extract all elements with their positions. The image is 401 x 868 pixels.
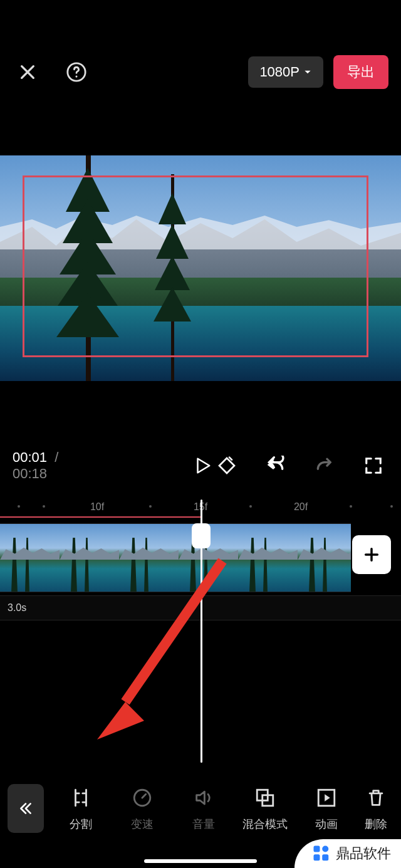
- keyframe-icon: [217, 456, 237, 476]
- svg-point-1: [75, 76, 77, 78]
- help-button[interactable]: [61, 57, 91, 87]
- speed-icon: [132, 787, 153, 808]
- svg-rect-10: [314, 854, 320, 860]
- fullscreen-icon: [364, 456, 383, 475]
- tool-delete[interactable]: 删除: [357, 785, 395, 832]
- close-button[interactable]: [13, 57, 43, 87]
- undo-icon: [266, 456, 286, 476]
- tool-label: 音量: [192, 817, 215, 832]
- redo-button[interactable]: [310, 451, 340, 481]
- redo-icon: [315, 456, 335, 476]
- clip-thumbnail[interactable]: [298, 524, 351, 592]
- timeline[interactable]: 10f 15f 20f 3.0s: [0, 501, 401, 771]
- tool-split[interactable]: 分割: [50, 785, 112, 832]
- back-button[interactable]: [8, 784, 44, 833]
- tool-label: 分割: [70, 817, 92, 832]
- watermark: 鼎品软件: [294, 839, 401, 868]
- clip-thumbnail[interactable]: [119, 524, 179, 592]
- clip-thumbnail[interactable]: [60, 524, 119, 592]
- play-icon: [193, 455, 212, 476]
- chevron-double-left-icon: [18, 800, 34, 817]
- clip-thumbnail[interactable]: [0, 524, 60, 592]
- close-icon: [18, 62, 38, 82]
- volume-icon: [193, 787, 214, 808]
- keyframe-button[interactable]: [212, 451, 242, 481]
- tool-label: 变速: [131, 817, 154, 832]
- tool-label: 删除: [365, 817, 387, 832]
- resolution-selector[interactable]: 1080P: [248, 56, 323, 88]
- tool-blend[interactable]: 混合模式: [234, 785, 296, 832]
- tool-label: 混合模式: [242, 817, 288, 832]
- undo-button[interactable]: [261, 451, 291, 481]
- play-button[interactable]: [193, 451, 212, 481]
- blend-icon: [254, 787, 276, 808]
- home-indicator: [144, 859, 257, 863]
- tool-label: 动画: [315, 817, 338, 832]
- delete-icon: [365, 787, 387, 808]
- clip-thumbnail[interactable]: [238, 524, 298, 592]
- current-time: 00:01: [13, 449, 47, 465]
- ruler-tick: 10f: [90, 501, 104, 513]
- export-label: 导出: [347, 64, 375, 80]
- watermark-logo-icon: [312, 844, 331, 863]
- tool-animation[interactable]: 动画: [296, 785, 357, 832]
- overlay-duration: 3.0s: [8, 602, 26, 614]
- watermark-text: 鼎品软件: [336, 844, 391, 863]
- add-clip-button[interactable]: [352, 535, 391, 574]
- help-icon: [66, 61, 87, 83]
- svg-rect-8: [314, 846, 320, 852]
- bottom-toolbar: 分割 变速 音量 混合模式 动画 删除: [0, 774, 401, 843]
- svg-point-9: [322, 846, 328, 852]
- fullscreen-button[interactable]: [358, 451, 388, 481]
- chevron-down-icon: [303, 68, 312, 76]
- top-bar: 1080P 导出: [0, 50, 401, 94]
- split-icon: [70, 787, 91, 808]
- time-display: 00:01 / 00:18: [13, 449, 68, 482]
- selection-range: [0, 516, 202, 518]
- tool-volume[interactable]: 音量: [173, 785, 234, 832]
- playback-controls: 00:01 / 00:18: [0, 450, 401, 481]
- ruler-tick: 20f: [294, 501, 308, 513]
- export-button[interactable]: 导出: [333, 55, 388, 89]
- tool-speed[interactable]: 变速: [112, 785, 173, 832]
- resolution-label: 1080P: [259, 64, 299, 80]
- playhead[interactable]: [200, 499, 202, 763]
- time-separator: /: [55, 449, 58, 465]
- svg-rect-11: [322, 854, 328, 860]
- animation-icon: [316, 787, 337, 808]
- plus-icon: [363, 546, 380, 563]
- duration: 00:18: [13, 466, 47, 481]
- video-track[interactable]: [0, 523, 351, 592]
- video-preview[interactable]: [0, 155, 401, 381]
